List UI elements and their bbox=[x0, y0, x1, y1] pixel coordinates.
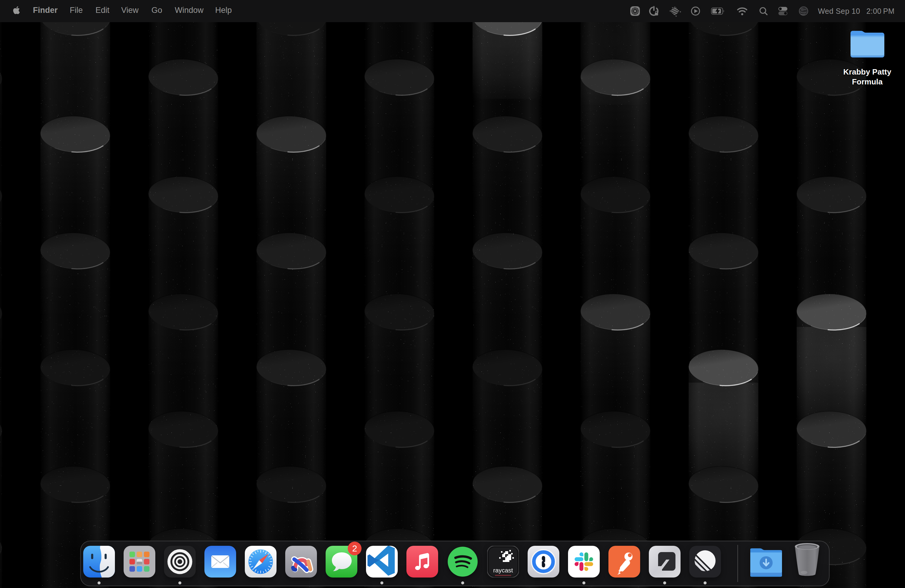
svg-text:raycast: raycast bbox=[493, 567, 513, 574]
